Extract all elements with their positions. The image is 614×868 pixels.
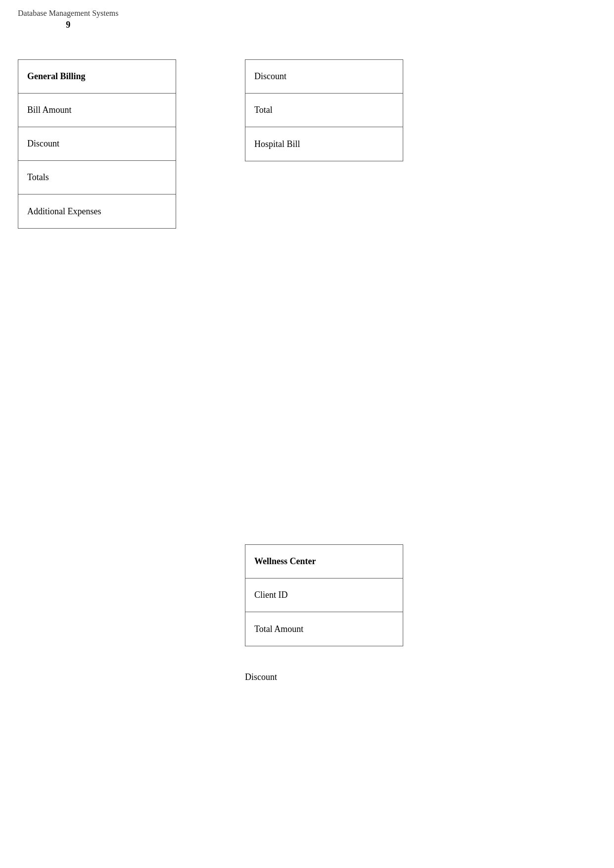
- general-billing-header: General Billing: [18, 60, 176, 94]
- additional-expenses-row: Additional Expenses: [18, 194, 176, 228]
- hospital-bill-row: Hospital Bill: [245, 127, 403, 161]
- general-billing-table: General Billing Bill Amount Discount Tot…: [18, 59, 176, 229]
- right-top-table: Discount Total Hospital Bill: [245, 59, 403, 161]
- page-number: 9: [18, 20, 119, 30]
- wellness-center-table: Wellness Center Client ID Total Amount: [245, 544, 403, 646]
- total-amount-row: Total Amount: [245, 612, 403, 646]
- page-header: Database Management Systems 9: [18, 9, 119, 30]
- right-total-row: Total: [245, 94, 403, 127]
- bill-amount-row: Bill Amount: [18, 94, 176, 127]
- page-title: Database Management Systems: [18, 9, 119, 18]
- right-discount-row: Discount: [245, 60, 403, 94]
- client-id-row: Client ID: [245, 579, 403, 612]
- totals-row: Totals: [18, 161, 176, 194]
- wellness-center-header: Wellness Center: [245, 545, 403, 579]
- discount-row: Discount: [18, 127, 176, 161]
- discount-outside-label: Discount: [245, 672, 277, 682]
